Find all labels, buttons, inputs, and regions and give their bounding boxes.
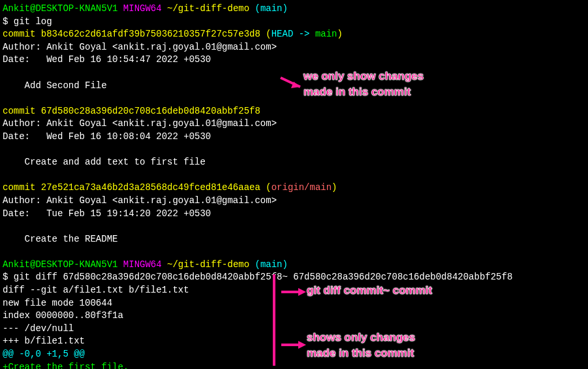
commit-line: commit 27e521ca73a46b2d3a28568dc49fced81… <box>3 182 585 195</box>
commit-hash: 27e521ca73a46b2d3a28568dc49fced81e46aaea <box>41 182 260 193</box>
author-line: Author: Ankit Goyal <ankit.raj.goyal.01@… <box>3 41 585 54</box>
branch: (main) <box>255 259 288 270</box>
prompt-line: Ankit@DESKTOP-KNAN5V1 MINGW64 ~/git-diff… <box>3 3 585 16</box>
diff-minus: --- /dev/null <box>3 323 585 336</box>
head-ref: HEAD -> <box>271 29 315 39</box>
annotation-text: git diff commit~ commit <box>307 283 432 298</box>
arrow-icon <box>280 285 306 298</box>
arrow-icon <box>275 75 302 91</box>
commit-line: commit 67d580c28a396d20c708c16deb0d8420a… <box>3 105 585 118</box>
commit-hash: 67d580c28a396d20c708c16deb0d8420abbf25f8 <box>41 106 260 116</box>
arrow-icon <box>280 338 306 351</box>
branch: (main) <box>255 3 288 14</box>
terminal-output[interactable]: Ankit@DESKTOP-KNAN5V1 MINGW64 ~/git-diff… <box>3 3 585 369</box>
diff-add: +Create the first file. <box>3 361 585 369</box>
prompt-line: Ankit@DESKTOP-KNAN5V1 MINGW64 ~/git-diff… <box>3 259 585 272</box>
branch-ref: main <box>315 29 337 39</box>
date-line: Date: Wed Feb 16 10:08:04 2022 +0530 <box>3 131 585 144</box>
env: MINGW64 <box>123 3 162 14</box>
env: MINGW64 <box>123 259 162 270</box>
commit-msg: Create the README <box>3 233 585 246</box>
annotation-bar <box>273 274 275 366</box>
command: $ git diff 67d580c28a396d20c708c16deb0d8… <box>3 271 585 284</box>
svg-marker-1 <box>298 288 306 296</box>
author-line: Author: Ankit Goyal <ankit.raj.goyal.01@… <box>3 118 585 131</box>
annotation-text: shows only changes made in this commit <box>307 330 415 361</box>
user-host: Ankit@DESKTOP-KNAN5V1 <box>3 3 117 14</box>
path: ~/git-diff-demo <box>167 259 249 270</box>
date-line: Date: Tue Feb 15 19:14:20 2022 +0530 <box>3 208 585 221</box>
commit-line: commit b834c62c2d61afdf39b75036210357f27… <box>3 28 585 41</box>
svg-marker-2 <box>298 341 306 349</box>
date-line: Date: Wed Feb 16 10:54:47 2022 +0530 <box>3 54 585 67</box>
user-host: Ankit@DESKTOP-KNAN5V1 <box>3 259 117 270</box>
commit-msg: Create and add text to first file <box>3 156 585 169</box>
diff-index: index 0000000..80f3f1a <box>3 310 585 323</box>
remote-ref: origin/main <box>271 182 332 193</box>
commit-hash: b834c62c2d61afdf39b75036210357f27c57e3d8 <box>41 29 260 39</box>
command: $ git log <box>3 16 585 29</box>
annotation-text: we only show changes made in this commit <box>303 69 424 100</box>
diff-newfile: new file mode 100644 <box>3 297 585 310</box>
path: ~/git-diff-demo <box>167 3 249 14</box>
author-line: Author: Ankit Goyal <ankit.raj.goyal.01@… <box>3 195 585 208</box>
